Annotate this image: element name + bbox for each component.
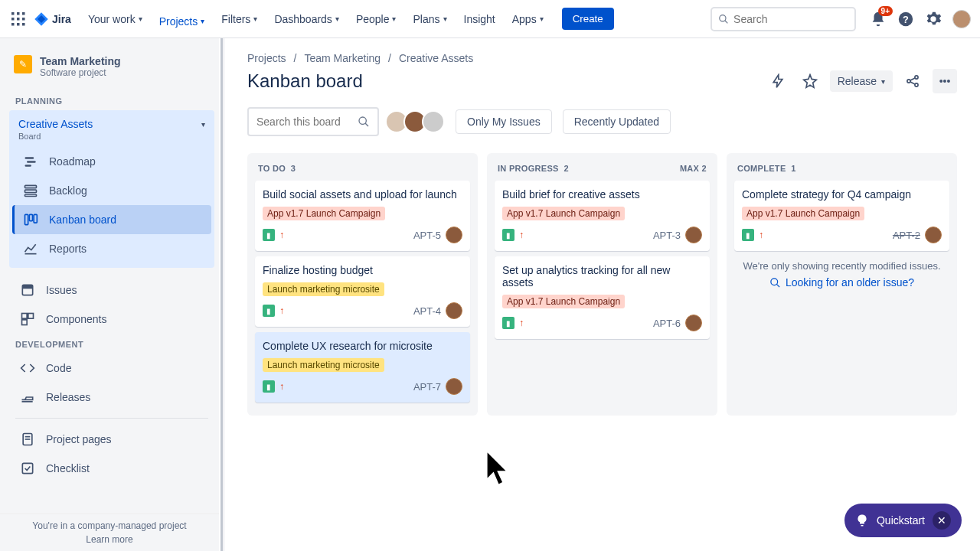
release-button[interactable]: Release▾ bbox=[830, 70, 893, 92]
nav-insight[interactable]: Insight bbox=[456, 8, 503, 30]
assignee-avatar[interactable] bbox=[685, 227, 702, 243]
backlog-icon bbox=[23, 183, 38, 198]
reports-icon bbox=[23, 241, 38, 256]
epic-tag[interactable]: Launch marketing microsite bbox=[263, 358, 384, 372]
nav-plans[interactable]: Plans▾ bbox=[405, 8, 454, 30]
svg-rect-18 bbox=[25, 194, 37, 197]
top-nav: Jira Your work▾ Projects▾ Filters▾ Dashb… bbox=[0, 0, 980, 38]
column-complete: Complete 1 Complete strategy for Q4 camp… bbox=[727, 153, 957, 416]
svg-rect-14 bbox=[27, 161, 36, 163]
global-search[interactable] bbox=[710, 7, 856, 31]
sidebar-item-code[interactable]: Code bbox=[9, 354, 214, 383]
help-icon[interactable]: ? bbox=[897, 11, 914, 28]
sidebar-group-toggle[interactable]: Creative Assets ▾ bbox=[9, 110, 214, 132]
sidebar-item-kanban[interactable]: Kanban board bbox=[12, 205, 211, 234]
nav-filters[interactable]: Filters▾ bbox=[214, 8, 265, 30]
priority-icon: ↑ bbox=[519, 230, 524, 240]
assignee-filter[interactable] bbox=[390, 110, 445, 133]
section-development: Development bbox=[6, 334, 217, 354]
brand-name: Jira bbox=[52, 13, 71, 25]
sidebar-resizer[interactable] bbox=[219, 38, 224, 551]
card-apt6[interactable]: Set up analytics tracking for all new as… bbox=[495, 256, 710, 339]
create-button[interactable]: Create bbox=[562, 8, 614, 30]
svg-rect-24 bbox=[22, 285, 32, 289]
settings-icon[interactable] bbox=[925, 11, 942, 28]
filter-recently-updated[interactable]: Recently Updated bbox=[563, 109, 671, 134]
jira-logo[interactable]: Jira bbox=[34, 11, 71, 27]
svg-rect-3 bbox=[11, 18, 15, 21]
issues-icon bbox=[20, 282, 35, 298]
learn-more-link[interactable]: Learn more bbox=[6, 534, 213, 545]
avatar-unassigned[interactable] bbox=[422, 110, 445, 133]
project-icon: ✎ bbox=[14, 55, 32, 73]
close-icon[interactable]: ✕ bbox=[933, 511, 951, 530]
star-icon[interactable] bbox=[798, 69, 822, 93]
global-search-input[interactable] bbox=[733, 13, 848, 25]
checklist-icon bbox=[20, 461, 35, 476]
svg-rect-27 bbox=[22, 320, 28, 325]
svg-rect-19 bbox=[25, 214, 28, 224]
older-issue-link[interactable]: Looking for an older issue? bbox=[734, 276, 949, 289]
nav-dashboards[interactable]: Dashboards▾ bbox=[266, 8, 347, 30]
sidebar-item-components[interactable]: Components bbox=[9, 305, 214, 334]
share-icon[interactable] bbox=[900, 69, 925, 93]
sidebar-board-group: Creative Assets ▾ Board Roadmap Backlog … bbox=[9, 110, 214, 268]
project-header[interactable]: ✎ Team Marketing Software project bbox=[6, 51, 217, 90]
priority-icon: ↑ bbox=[279, 381, 284, 392]
card-apt7[interactable]: Complete UX research for microsite Launc… bbox=[255, 332, 470, 403]
nav-apps[interactable]: Apps▾ bbox=[505, 8, 551, 30]
app-switcher-icon[interactable] bbox=[9, 10, 28, 28]
card-apt5[interactable]: Build social assets and upload for launc… bbox=[255, 181, 470, 251]
sidebar-item-reports[interactable]: Reports bbox=[12, 234, 211, 263]
svg-rect-2 bbox=[22, 12, 25, 15]
project-name: Team Marketing bbox=[40, 55, 121, 67]
sidebar-item-issues[interactable]: Issues bbox=[9, 276, 214, 305]
epic-tag[interactable]: Launch marketing microsite bbox=[263, 282, 384, 296]
chevron-down-icon: ▾ bbox=[201, 120, 205, 129]
card-apt2[interactable]: Complete strategy for Q4 campaign App v1… bbox=[734, 181, 949, 251]
sidebar-item-project-pages[interactable]: Project pages bbox=[9, 425, 214, 454]
sidebar-item-backlog[interactable]: Backlog bbox=[12, 176, 211, 205]
sidebar-item-releases[interactable]: Releases bbox=[9, 383, 214, 412]
card-apt3[interactable]: Build brief for creative assets App v1.7… bbox=[495, 181, 710, 251]
assignee-avatar[interactable] bbox=[446, 302, 462, 319]
assignee-avatar[interactable] bbox=[925, 227, 942, 243]
nav-projects[interactable]: Projects▾ bbox=[152, 8, 213, 41]
sidebar-group-sub: Board bbox=[9, 132, 214, 147]
assignee-avatar[interactable] bbox=[446, 227, 462, 243]
crumb-projects[interactable]: Projects bbox=[247, 52, 286, 64]
crumb-team[interactable]: Team Marketing bbox=[304, 52, 381, 64]
board-search-input[interactable] bbox=[256, 116, 348, 128]
nav-your-work[interactable]: Your work▾ bbox=[80, 8, 150, 30]
profile-avatar[interactable] bbox=[952, 10, 971, 28]
story-icon: ▮ bbox=[502, 317, 514, 329]
svg-rect-15 bbox=[25, 165, 31, 167]
sidebar-item-checklist[interactable]: Checklist bbox=[9, 454, 214, 483]
filter-only-my-issues[interactable]: Only My Issues bbox=[456, 109, 552, 134]
epic-tag[interactable]: App v1.7 Launch Campaign bbox=[502, 295, 625, 308]
crumb-board[interactable]: Creative Assets bbox=[399, 52, 473, 64]
svg-line-36 bbox=[910, 78, 916, 80]
sidebar-item-roadmap[interactable]: Roadmap bbox=[12, 147, 211, 176]
quickstart-button[interactable]: Quickstart ✕ bbox=[844, 504, 962, 537]
svg-line-41 bbox=[776, 284, 779, 287]
epic-tag[interactable]: App v1.7 Launch Campaign bbox=[502, 207, 625, 220]
svg-point-40 bbox=[771, 278, 778, 285]
nav-people[interactable]: People▾ bbox=[348, 8, 404, 30]
priority-icon: ↑ bbox=[279, 230, 284, 240]
card-apt4[interactable]: Finalize hosting budget Launch marketing… bbox=[255, 256, 470, 327]
assignee-avatar[interactable] bbox=[685, 315, 702, 331]
nav-items: Your work▾ Projects▾ Filters▾ Dashboards… bbox=[80, 8, 551, 30]
more-button[interactable]: ••• bbox=[933, 69, 957, 93]
notifications-icon[interactable]: 9+ bbox=[870, 11, 887, 28]
assignee-avatar[interactable] bbox=[446, 378, 462, 395]
chevron-down-icon: ▾ bbox=[881, 77, 885, 86]
svg-rect-7 bbox=[17, 23, 20, 26]
svg-rect-4 bbox=[17, 18, 20, 21]
roadmap-icon bbox=[23, 154, 38, 169]
main-content: Projects / Team Marketing / Creative Ass… bbox=[224, 38, 980, 551]
epic-tag[interactable]: App v1.7 Launch Campaign bbox=[742, 207, 864, 220]
epic-tag[interactable]: App v1.7 Launch Campaign bbox=[263, 207, 385, 220]
board-search[interactable] bbox=[247, 107, 379, 136]
automation-icon[interactable] bbox=[766, 69, 790, 93]
